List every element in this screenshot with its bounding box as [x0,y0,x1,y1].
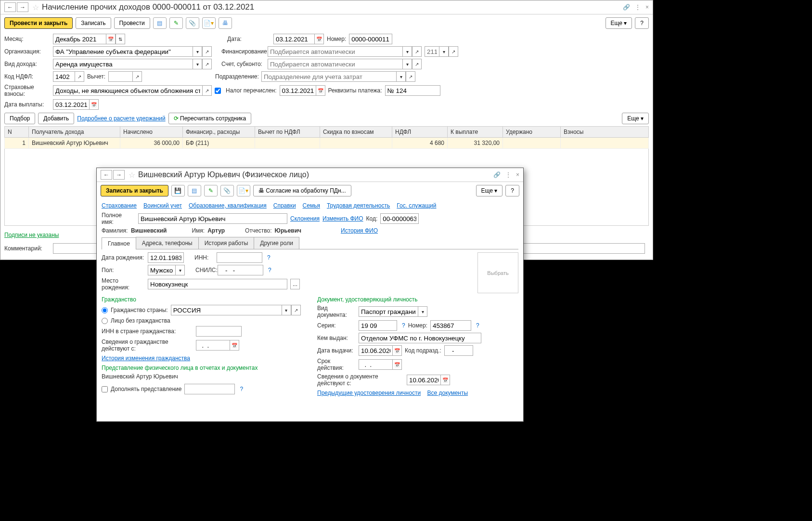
change-fio-link[interactable]: Изменить ФИО [322,215,363,222]
number-input[interactable] [349,34,392,44]
add-button[interactable]: Добавить [38,113,74,124]
financing-input[interactable] [268,46,402,57]
insurance-input[interactable] [53,85,202,96]
consent-button[interactable]: 🖶 Согласие на обработку ПДн... [253,185,351,196]
code-input[interactable] [380,213,419,224]
col-withheld[interactable]: Удержано [503,127,561,138]
back-button[interactable]: ← [4,2,16,12]
calendar-icon[interactable]: 📅 [89,99,99,110]
col-discount[interactable]: Скидка по взносам [320,127,392,138]
col-ndfl[interactable]: НДФЛ [392,127,448,138]
dropdown-icon[interactable]: ▾ [402,46,412,57]
date-input[interactable] [273,34,314,44]
dropdown-icon[interactable]: ▾ [193,59,202,69]
dialog-create-based-icon[interactable]: 📄▾ [237,185,250,196]
dropdown-icon[interactable]: ▾ [402,59,412,69]
inn-input[interactable] [217,252,262,260]
month-input[interactable] [53,34,106,44]
post-button[interactable]: Провести [114,17,150,29]
select-button[interactable]: Подбор [4,113,35,124]
dropdown-icon[interactable]: ▾ [396,71,406,82]
col-contrib[interactable]: Взносы [561,127,649,138]
open-icon[interactable]: ↗ [132,71,142,82]
dialog-edit-icon[interactable]: ✎ [204,185,218,196]
open-icon[interactable]: ↗ [406,71,415,82]
dialog-more-button[interactable]: Еще ▾ [476,185,503,196]
ndfl-code-input[interactable] [53,71,75,82]
col-deduct[interactable]: Вычет по НДФЛ [255,127,320,138]
dropdown-icon[interactable]: ▾ [193,46,202,57]
create-based-icon[interactable]: 📄▾ [202,17,216,29]
link-icon[interactable]: 🔗 [623,4,630,11]
tax-paid-checkbox[interactable] [215,88,221,94]
open-icon[interactable]: ↗ [449,46,458,57]
full-name-input[interactable] [138,213,287,224]
fin-code-input[interactable] [425,46,439,57]
help-button[interactable]: ? [635,17,649,29]
calendar-icon[interactable]: 📅 [314,34,324,44]
attach-icon[interactable]: 📎 [186,17,199,29]
more-about-link[interactable]: Подробнее о расчете удержаний [77,115,165,122]
birth-date-input[interactable] [148,252,184,260]
department-input[interactable] [261,71,396,82]
inn-hint-icon[interactable]: ? [267,254,271,260]
open-icon[interactable]: ↗ [202,59,212,69]
col-n[interactable]: N [5,127,29,138]
nav-work[interactable]: Трудовая деятельность [327,202,390,209]
deduction-input[interactable] [108,71,132,82]
close-icon[interactable]: × [645,4,649,11]
table-row[interactable]: 1 Вишневский Артур Юрьевич 36 000,00 БФ … [5,138,649,149]
dialog-close-icon[interactable]: × [516,171,519,178]
dialog-menu-icon[interactable]: ⋮ [505,171,511,178]
save-button[interactable]: Записать [76,17,111,29]
open-icon[interactable]: ↗ [75,71,84,82]
pay-date-input[interactable] [53,99,89,110]
dialog-forward-button[interactable]: → [113,170,125,180]
dialog-help-button[interactable]: ? [505,185,519,196]
recalc-button[interactable]: ⟳ Пересчитать сотрудника [168,113,251,124]
col-recipient[interactable]: Получатель дохода [29,127,120,138]
signatures-link[interactable]: Подписи не указаны [4,232,59,238]
save-icon[interactable]: 💾 [171,185,185,196]
tab-roles[interactable]: Другие роли [254,237,299,249]
dialog-report-icon[interactable]: ▤ [188,185,201,196]
dialog-star-icon[interactable]: ☆ [129,170,135,180]
photo-placeholder[interactable]: Выбрать [477,252,518,260]
menu-icon[interactable]: ⋮ [635,4,641,11]
org-input[interactable] [53,46,193,57]
report-icon[interactable]: ▤ [153,17,167,29]
print-icon[interactable]: 🖶 [219,17,232,29]
post-close-button[interactable]: Провести и закрыть [4,17,73,29]
open-icon[interactable]: ↗ [202,85,212,96]
nav-references[interactable]: Справки [273,202,296,209]
edit-icon[interactable]: ✎ [169,17,183,29]
dialog-attach-icon[interactable]: 📎 [220,185,234,196]
nav-gov[interactable]: Гос. служащий [397,202,436,209]
tab-main[interactable]: Главное [102,237,136,249]
nav-military[interactable]: Воинский учет [143,202,182,209]
history-fio-link[interactable]: История ФИО [341,227,378,234]
forward-button[interactable]: → [17,2,28,12]
tax-paid-date-input[interactable] [280,85,316,96]
nav-education[interactable]: Образование, квалификация [189,202,267,209]
col-accrued[interactable]: Начислено [120,127,183,138]
open-icon[interactable]: ↗ [412,59,422,69]
account-input[interactable] [268,59,402,69]
open-icon[interactable]: ↗ [202,46,212,57]
stepper-icon[interactable]: ⇅ [116,34,125,44]
tab-history[interactable]: История работы [198,237,255,249]
more-button[interactable]: Еще ▾ [606,17,632,29]
open-icon[interactable]: ↗ [412,46,422,57]
tab-addresses[interactable]: Адреса, телефоны [136,237,199,249]
dialog-back-button[interactable]: ← [101,170,112,180]
calendar-icon[interactable]: 📅 [106,34,116,44]
col-fin[interactable]: Финансир., расходы [183,127,255,138]
dialog-save-close-button[interactable]: Записать и закрыть [101,185,168,196]
table-more-button[interactable]: Еще ▾ [622,113,649,124]
calendar-icon[interactable]: 📅 [316,85,325,96]
declensions-link[interactable]: Склонения [290,215,320,222]
income-type-input[interactable] [53,59,193,69]
dialog-link-icon[interactable]: 🔗 [493,171,501,178]
payment-details-input[interactable] [385,85,440,96]
nav-family[interactable]: Семья [303,202,320,209]
